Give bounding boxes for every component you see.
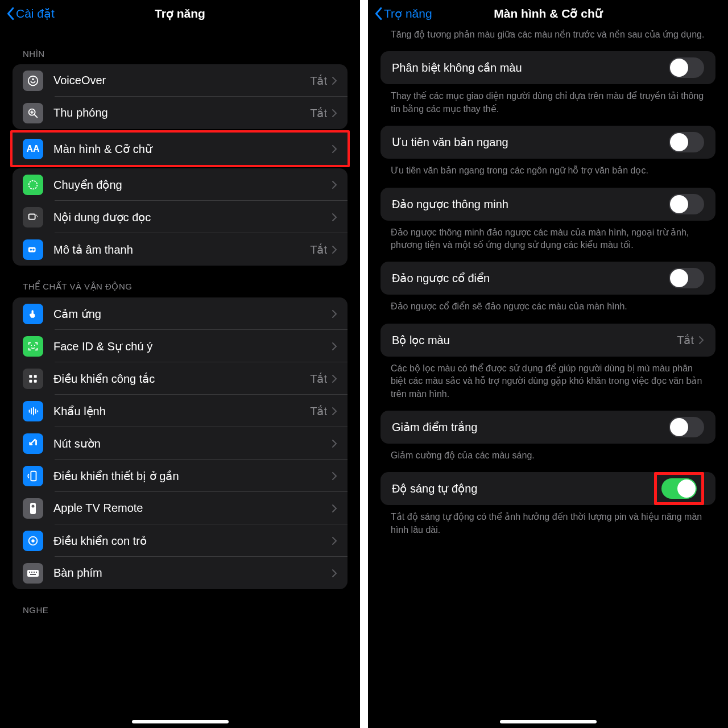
- chevron-right-icon: [332, 407, 337, 416]
- spoken-icon: [23, 207, 43, 228]
- svg-point-27: [32, 504, 35, 507]
- diffnocolor-desc: Thay thế các mục giao diện người dùng ch…: [380, 84, 715, 126]
- row-appletv[interactable]: Apple TV Remote: [13, 492, 348, 524]
- row-horiz[interactable]: Ưu tiên văn bản ngang: [380, 126, 715, 159]
- row-zoom[interactable]: Thu phóng Tắt: [13, 97, 348, 129]
- header-left: Cài đặt Trợ năng: [0, 0, 360, 27]
- classicinv-toggle[interactable]: [669, 268, 704, 288]
- row-keyboard[interactable]: Bàn phím: [13, 557, 348, 589]
- appletv-label: Apple TV Remote: [53, 502, 332, 515]
- row-audiodesc[interactable]: Mô tả âm thanh Tắt: [13, 233, 348, 266]
- group-horiz: Ưu tiên văn bản ngang: [380, 126, 715, 159]
- svg-point-12: [32, 249, 35, 251]
- group-diffnocolor: Phân biệt không cần màu: [380, 51, 715, 84]
- audiodesc-label: Mô tả âm thanh: [53, 243, 310, 257]
- chevron-right-icon: [332, 180, 337, 189]
- row-voiceover[interactable]: VoiceOver Tắt: [13, 64, 348, 97]
- colorfilter-value: Tắt: [677, 333, 694, 347]
- diffnocolor-toggle[interactable]: [669, 57, 704, 78]
- row-colorfilter[interactable]: Bộ lọc màu Tắt: [380, 324, 715, 357]
- row-faceid[interactable]: Face ID & Sự chú ý: [13, 330, 348, 362]
- chevron-right-icon: [332, 374, 337, 383]
- row-diffnocolor[interactable]: Phân biệt không cần màu: [380, 51, 715, 84]
- smartinv-toggle[interactable]: [669, 194, 704, 214]
- motion-label: Chuyển động: [53, 178, 332, 192]
- voiceover-icon: [23, 71, 43, 91]
- smartinv-label: Đảo ngược thông minh: [392, 197, 669, 211]
- svg-point-13: [31, 345, 32, 346]
- svg-point-9: [37, 216, 38, 217]
- back-button[interactable]: Cài đặt: [6, 7, 55, 20]
- row-nearby[interactable]: Điều khiển thiết bị ở gần: [13, 460, 348, 492]
- autobright-label: Độ sáng tự động: [392, 482, 654, 495]
- audiodesc-value: Tắt: [310, 243, 327, 257]
- row-display-text[interactable]: AA Màn hình & Cỡ chữ: [13, 133, 348, 165]
- nearby-icon: [23, 466, 43, 486]
- back-button[interactable]: Trợ năng: [374, 7, 432, 20]
- home-indicator[interactable]: [500, 720, 597, 723]
- chevron-right-icon: [332, 342, 337, 351]
- chevron-right-icon: [332, 245, 337, 254]
- voicectl-value: Tắt: [310, 404, 327, 418]
- content-right: Tăng độ tương phản màu giữa các màu nền …: [368, 27, 728, 728]
- svg-rect-15: [29, 375, 32, 378]
- voicectl-icon: [23, 401, 43, 421]
- row-sidebtn[interactable]: Nút sườn: [13, 427, 348, 460]
- motion-icon: [23, 175, 43, 195]
- colorfilter-desc: Các bộ lọc màu có thể được sử dụng để gi…: [380, 357, 715, 411]
- classicinv-label: Đảo ngược cổ điển: [392, 271, 669, 285]
- svg-rect-26: [30, 503, 36, 514]
- autobright-toggle[interactable]: [661, 478, 697, 499]
- svg-point-6: [29, 180, 38, 189]
- row-spoken[interactable]: Nội dung được đọc: [13, 201, 348, 233]
- highlight-autobright-toggle: [654, 472, 704, 505]
- row-pointer[interactable]: Điều khiển con trỏ: [13, 524, 348, 557]
- left-phone: Cài đặt Trợ năng NHÌN VoiceOver Tắt Thu …: [0, 0, 360, 728]
- group-classicinv: Đảo ngược cổ điển: [380, 262, 715, 295]
- svg-point-8: [36, 214, 38, 216]
- svg-point-0: [28, 76, 38, 85]
- horiz-toggle[interactable]: [669, 132, 704, 152]
- svg-rect-30: [27, 570, 39, 577]
- row-touch[interactable]: Cảm ứng: [13, 297, 348, 330]
- svg-rect-34: [36, 572, 37, 573]
- diffnocolor-label: Phân biệt không cần màu: [392, 61, 669, 75]
- svg-rect-32: [31, 572, 32, 573]
- section-see: NHÌN: [23, 49, 348, 59]
- group-physical: Cảm ứng Face ID & Sự chú ý Điều khiển cô…: [13, 297, 348, 589]
- home-indicator[interactable]: [132, 720, 229, 723]
- row-voicectl[interactable]: Khẩu lệnh Tắt: [13, 395, 348, 427]
- voiceover-label: VoiceOver: [53, 74, 310, 87]
- sidebtn-label: Nút sườn: [53, 437, 332, 450]
- touch-label: Cảm ứng: [53, 307, 332, 321]
- keyboard-icon: [23, 563, 43, 584]
- row-smartinv[interactable]: Đảo ngược thông minh: [380, 188, 715, 221]
- highlighted-display-row: AA Màn hình & Cỡ chữ: [10, 130, 350, 167]
- row-whitepoint[interactable]: Giảm điểm trắng: [380, 411, 715, 444]
- chevron-right-icon: [332, 504, 337, 513]
- chevron-right-icon: [332, 76, 337, 85]
- row-autobright[interactable]: Độ sáng tự động: [380, 472, 715, 505]
- svg-point-1: [32, 78, 34, 80]
- chevron-right-icon: [698, 336, 704, 345]
- group-smartinv: Đảo ngược thông minh: [380, 188, 715, 221]
- back-label: Cài đặt: [16, 7, 55, 20]
- spoken-label: Nội dung được đọc: [53, 210, 332, 224]
- page-title: Màn hình & Cỡ chữ: [494, 7, 602, 20]
- row-classicinv[interactable]: Đảo ngược cổ điển: [380, 262, 715, 295]
- group-autobright: Độ sáng tự động: [380, 472, 715, 505]
- group-see: VoiceOver Tắt Thu phóng Tắt: [13, 64, 348, 129]
- whitepoint-toggle[interactable]: [669, 417, 704, 437]
- audiodesc-icon: [23, 239, 43, 260]
- whitepoint-label: Giảm điểm trắng: [392, 420, 669, 434]
- row-motion[interactable]: Chuyển động: [13, 168, 348, 201]
- chevron-right-icon: [332, 471, 337, 481]
- touch-icon: [23, 304, 43, 324]
- intro-desc: Tăng độ tương phản màu giữa các màu nền …: [380, 27, 715, 51]
- section-physical: THỂ CHẤT VÀ VẬN ĐỘNG: [23, 282, 348, 292]
- svg-rect-25: [31, 471, 36, 481]
- svg-point-11: [30, 249, 32, 251]
- header-right: Trợ năng Màn hình & Cỡ chữ: [368, 0, 728, 27]
- switch-value: Tắt: [310, 372, 327, 386]
- row-switch[interactable]: Điều khiển công tắc Tắt: [13, 362, 348, 395]
